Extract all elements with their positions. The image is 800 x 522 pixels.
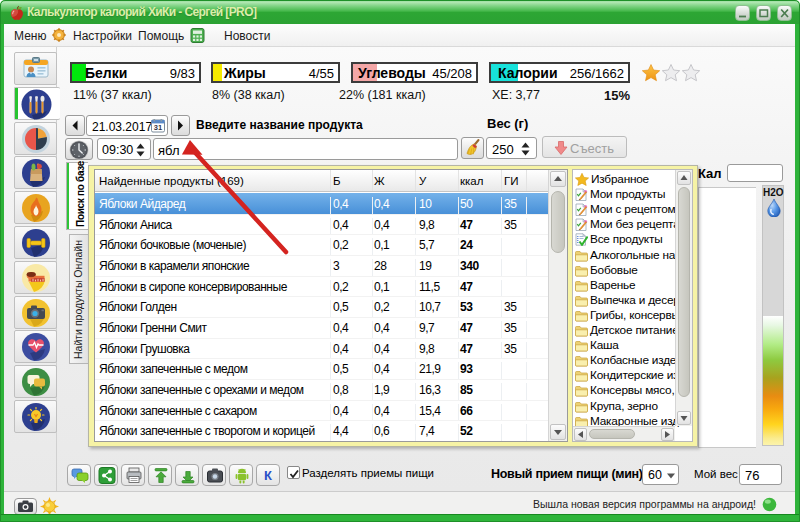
svg-text:31: 31 [154, 123, 162, 132]
